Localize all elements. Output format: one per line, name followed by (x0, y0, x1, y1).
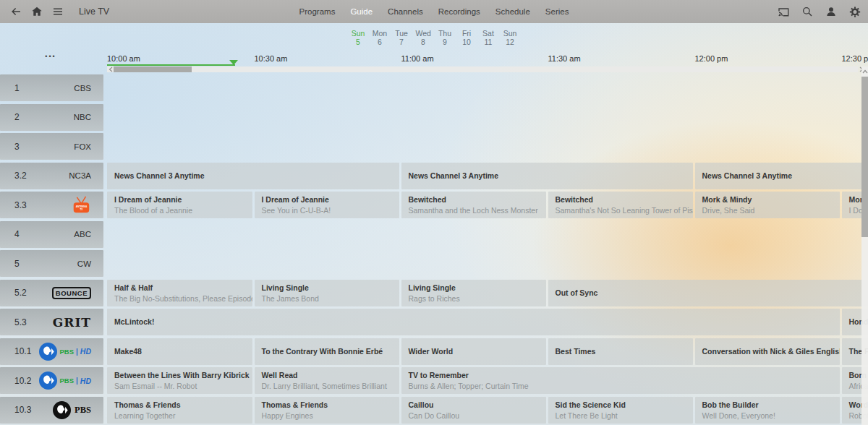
channel-name: NBC (74, 113, 91, 121)
channel-row-10.3[interactable]: 10.3PBS (0, 397, 103, 424)
program-cell[interactable]: News Channel 3 Anytime (695, 163, 868, 189)
program-subtitle: Dr. Larry Brilliant, Sometimes Brilliant (262, 382, 399, 391)
program-cell[interactable]: BewitchedSamantha and the Loch Ness Mons… (401, 192, 546, 218)
program-cell[interactable]: McLintock! (107, 309, 840, 335)
program-cell[interactable]: CaillouCan Do Caillou (401, 397, 546, 424)
program-cell[interactable]: Between the Lines With Barry KibrickSam … (107, 367, 252, 394)
program-cell[interactable]: I Dream of JeannieThe Blood of a Jeannie (107, 192, 252, 218)
program-cell[interactable]: Best Times (548, 338, 693, 365)
program-cell[interactable]: BewitchedSamantha's Not So Leaning Tower… (548, 192, 693, 218)
program-cell[interactable]: To the Contrary With Bonnie Erbé (255, 338, 399, 365)
program-cell[interactable]: Make48 (107, 338, 252, 365)
topbar-tabs: ProgramsGuideChannelsRecordingsScheduleS… (299, 0, 569, 23)
channel-row-3.2[interactable]: 3.2NC3A (0, 163, 103, 189)
cast-icon[interactable] (777, 5, 790, 18)
program-cell[interactable]: Mork & MindyDrive, She Said (695, 192, 840, 218)
day-sat-11[interactable]: Sat11 (481, 29, 496, 46)
channel-name: CW (77, 259, 91, 268)
day-sun-12[interactable]: Sun12 (503, 29, 518, 46)
program-cell[interactable]: Thomas & FriendsLearning Together (107, 397, 252, 424)
program-cell[interactable]: Well ReadDr. Larry Brilliant, Sometimes … (255, 367, 399, 394)
tab-series[interactable]: Series (545, 7, 569, 16)
program-subtitle: Learning Together (114, 411, 252, 421)
day-selector: Sun5Mon6Tue7Wed8Thu9Fri10Sat11Sun12 (0, 29, 868, 46)
channel-row-10.2[interactable]: 10.2PBS|HD (0, 367, 103, 394)
channel-options-button[interactable]: ••• (42, 53, 59, 63)
program-title: Between the Lines With Barry Kibrick (114, 371, 252, 380)
program-cell[interactable]: News Channel 3 Anytime (401, 163, 693, 189)
program-cell[interactable]: I Dream of JeannieSee You in C-U-B-A! (255, 192, 399, 218)
day-wed-8[interactable]: Wed8 (416, 29, 431, 46)
horizontal-scroll-thumb[interactable] (114, 66, 192, 72)
channel-row-4[interactable]: 4ABC (0, 221, 103, 248)
channel-brand: CBS (74, 84, 103, 93)
settings-icon[interactable] (848, 5, 861, 18)
back-icon[interactable] (9, 5, 22, 18)
program-subtitle: See You in C-U-B-A! (262, 206, 399, 215)
program-cell[interactable]: Half & HalfThe Big No-Substitutions, Ple… (107, 280, 252, 306)
day-thu-9[interactable]: Thu9 (438, 29, 453, 46)
program-cell[interactable]: Living SingleRags to Riches (401, 280, 546, 306)
channel-number: 10.3 (0, 405, 31, 415)
program-cell[interactable]: Thomas & FriendsHappy Engines (255, 397, 399, 424)
tab-guide[interactable]: Guide (350, 7, 373, 16)
program-title: Half & Half (114, 283, 252, 293)
program-cell[interactable]: Wider World (401, 338, 546, 365)
day-tue-7[interactable]: Tue7 (394, 29, 409, 46)
program-subtitle: The James Bond (262, 294, 399, 304)
menu-icon[interactable] (51, 5, 64, 18)
topbar-left: Live TV (0, 5, 109, 18)
search-icon[interactable] (801, 5, 814, 18)
channel-number: 4 (0, 229, 20, 239)
program-subtitle: Well Done, Everyone! (702, 411, 840, 421)
channel-row-5.3[interactable]: 5.3GRIT (0, 309, 103, 335)
pbs-face-icon (39, 372, 57, 390)
channel-row-1[interactable]: 1CBS (0, 74, 103, 101)
tab-recordings[interactable]: Recordings (438, 7, 480, 16)
program-cell[interactable]: TV to RememberBurns & Allen; Topper; Cur… (401, 367, 840, 394)
channel-row-10.1[interactable]: 10.1PBS|HD (0, 338, 103, 365)
program-cell[interactable]: News Channel 3 Anytime (107, 163, 399, 189)
horizontal-scrollbar[interactable] (107, 66, 858, 72)
channel-row-5.2[interactable]: 5.2BOUNCE (0, 280, 103, 306)
program-cell[interactable]: Living SingleThe James Bond (255, 280, 399, 306)
program-title: Sid the Science Kid (556, 400, 693, 410)
topbar: Live TV ProgramsGuideChannelsRecordingsS… (0, 0, 868, 23)
scroll-left-icon[interactable] (107, 66, 114, 72)
program-cell[interactable]: Out of Sync (548, 280, 868, 306)
program-cell[interactable]: Conversation with Nick & Giles English (695, 338, 840, 365)
program-title: McLintock! (114, 317, 154, 327)
channel-number: 5 (0, 259, 20, 269)
program-cell[interactable]: Sid the Science KidLet There Be Light (548, 397, 693, 424)
pbs-hd-logo: PBS|HD (39, 372, 91, 390)
day-mon-6[interactable]: Mon6 (373, 29, 388, 46)
channel-row-3.3[interactable]: 3.3ANTENNATV (0, 192, 103, 218)
tab-schedule[interactable]: Schedule (495, 7, 530, 16)
day-name: Sun (351, 29, 366, 38)
channel-row-5[interactable]: 5CW (0, 250, 103, 277)
program-title: Make48 (114, 347, 142, 356)
user-icon[interactable] (825, 5, 838, 18)
program-cell[interactable]: Bob the BuilderWell Done, Everyone! (695, 397, 840, 424)
home-icon[interactable] (30, 5, 43, 18)
channel-number: 3.3 (0, 200, 27, 210)
day-sun-5[interactable]: Sun5 (351, 29, 366, 46)
channel-row-3[interactable]: 3FOX (0, 133, 103, 160)
scroll-up-icon[interactable] (861, 68, 868, 74)
time-label: 10:30 am (255, 54, 288, 63)
day-fri-10[interactable]: Fri10 (459, 29, 475, 46)
day-name: Wed (416, 29, 431, 38)
vertical-scroll-thumb[interactable] (861, 77, 868, 237)
channel-brand: ANTENNATV (71, 196, 103, 215)
program-title: To the Contrary With Bonnie Erbé (262, 347, 383, 356)
channel-brand: FOX (74, 142, 103, 151)
time-label: 10:00 am (107, 54, 140, 63)
tab-channels[interactable]: Channels (388, 7, 423, 16)
day-name: Tue (394, 29, 409, 38)
tab-programs[interactable]: Programs (299, 7, 336, 16)
vertical-scrollbar[interactable] (861, 66, 868, 425)
pbs-hd-logo: PBS|HD (39, 343, 91, 361)
channel-row-2[interactable]: 2NBC (0, 104, 103, 131)
channel-number: 10.2 (0, 376, 31, 386)
channel-name: ABC (74, 230, 91, 239)
